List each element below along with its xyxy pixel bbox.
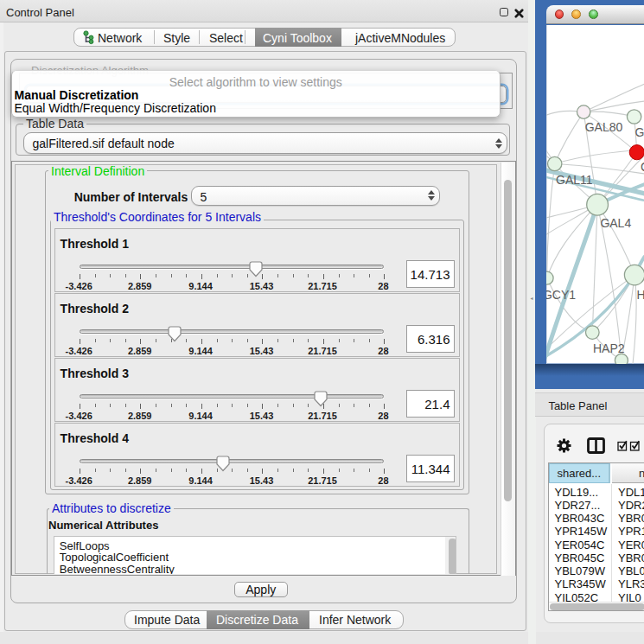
- svg-text:C: C: [640, 160, 644, 174]
- svg-text:GAL11: GAL11: [556, 173, 593, 187]
- svg-text:H: H: [636, 288, 644, 302]
- svg-text:GAL4: GAL4: [600, 216, 631, 230]
- svg-text:GCY1: GCY1: [546, 288, 576, 302]
- svg-text:HAP2: HAP2: [593, 341, 625, 355]
- svg-text:GAL80: GAL80: [584, 120, 622, 134]
- svg-text:GA: GA: [634, 125, 644, 139]
